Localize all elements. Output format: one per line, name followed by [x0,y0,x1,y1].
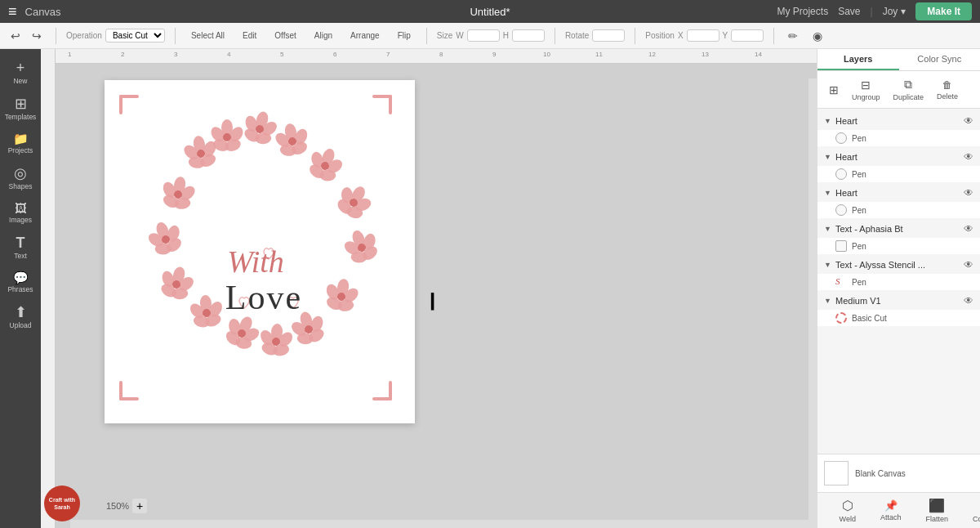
align-button[interactable]: Align [309,27,338,45]
width-input[interactable] [467,29,500,42]
operation-select[interactable]: Basic Cut [105,29,165,43]
toolbar-separator-3 [426,28,427,44]
offset-button[interactable]: Offset [269,27,302,45]
layer-child-basic-cut[interactable]: Basic Cut [817,310,980,326]
layer-name: Text - Alyssa Stencil ... [835,260,960,270]
user-name: Joy [883,6,898,17]
craft-with-sarah-logo: Craft with Sarah [44,485,80,521]
flatten-button[interactable]: ⬛ Flatten [925,498,948,523]
top-bar-actions: My Projects Save | Joy ▾ Make It [777,2,972,20]
layer-child-pen[interactable]: Pen [817,166,980,182]
layer-header-heart-3[interactable]: ▼ Heart 👁 [817,184,980,202]
flatten-label: Flatten [925,515,948,523]
select-all-button[interactable]: Select All [185,27,230,45]
eye-icon[interactable]: 👁 [964,187,973,199]
edit-button[interactable]: Edit [237,27,262,45]
ungroup-label: Ungroup [852,93,880,101]
sidebar-item-label: Images [9,216,32,224]
undo-button[interactable]: ↩ [7,27,24,45]
layer-header-text-alyssa[interactable]: ▼ Text - Alyssa Stencil ... 👁 [817,256,980,274]
layer-header-text-aphasia[interactable]: ▼ Text - Aphasia Bt 👁 [817,220,980,238]
canvas-label: Canvas [25,6,61,18]
pen-icon-circle [835,132,847,144]
panel-bottom: Blank Canvas [817,454,980,492]
delete-label: Delete [937,92,958,101]
layer-child-pen[interactable]: Pen [817,238,980,254]
contour-button[interactable]: ⬡ Contour [973,498,980,523]
tab-color-sync[interactable]: Color Sync [899,49,981,70]
sidebar-item-text[interactable]: T Text [2,230,39,265]
phrases-icon: 💬 [13,271,29,284]
canvas-content[interactable]: With Love ▎ [56,64,817,528]
rotate-label: Rotate [565,31,589,40]
eye-icon[interactable]: 👁 [964,295,973,307]
duplicate-button[interactable]: ⧉ Duplicate [889,74,929,105]
weld-button[interactable]: ⬡ Weld [840,498,856,523]
arrange-button[interactable]: Arrange [345,27,385,45]
sidebar-item-label: Phrases [7,285,33,293]
chevron-icon: ▼ [824,117,832,125]
delete-button[interactable]: 🗑 Delete [932,76,963,104]
eye-icon[interactable]: 👁 [964,223,973,235]
pen-icon-circle [835,204,847,216]
layer-child-script[interactable]: S Pen [817,274,980,290]
sidebar-item-images[interactable]: 🖼 Images [2,197,39,229]
size-label: Size [437,31,452,40]
delete-icon: 🗑 [942,79,952,91]
grid-button[interactable]: ⊞ [824,80,844,100]
tab-layers[interactable]: Layers [817,49,899,70]
layer-child-pen[interactable]: Pen [817,202,980,218]
attach-icon: 📌 [884,499,898,512]
new-icon: + [16,60,25,75]
eye-icon[interactable]: 👁 [964,259,973,271]
sidebar-item-shapes[interactable]: ◎ Shapes [2,161,39,195]
my-projects-link[interactable]: My Projects [777,6,828,17]
basic-cut-label: Basic Cut [852,314,887,323]
upload-icon: ⬆ [15,305,27,320]
layer-name: Heart [835,188,960,198]
sidebar-item-label: Templates [5,113,37,121]
layer-name: Medium V1 [835,296,960,306]
rotate-input[interactable] [592,29,625,42]
ungroup-button[interactable]: ⊟ Ungroup [847,75,885,105]
fill-button[interactable]: ◉ [808,27,826,45]
left-sidebar: + New ⊞ Templates 📁 Projects ◎ Shapes 🖼 … [0,49,41,528]
duplicate-icon: ⧉ [904,78,912,92]
undo-redo-group: ↩ ↪ [7,27,46,45]
page-title: Untitled* [470,6,510,18]
eye-icon[interactable]: 👁 [964,115,973,127]
make-it-button[interactable]: Make It [915,2,972,20]
vertical-scrollbar[interactable] [808,78,817,520]
basic-cut-icon [835,312,847,324]
height-input[interactable] [512,29,545,42]
y-input[interactable] [731,29,764,42]
zoom-in-button[interactable]: + [132,499,147,513]
sidebar-item-new[interactable]: + New [2,56,39,90]
sidebar-item-label: Upload [10,321,32,329]
right-panel: Layers Color Sync ⊞ ⊟ Ungroup ⧉ Duplicat… [817,49,980,528]
layer-header-heart-1[interactable]: ▼ Heart 👁 [817,112,980,130]
linetype-button[interactable]: ✏ [784,27,802,45]
layer-child-pen[interactable]: Pen [817,130,980,146]
sidebar-item-projects[interactable]: 📁 Projects [2,128,39,159]
save-button[interactable]: Save [838,6,860,17]
weld-label: Weld [840,515,856,523]
menu-icon[interactable]: ≡ [8,3,17,20]
sidebar-item-phrases[interactable]: 💬 Phrases [2,266,39,298]
redo-button[interactable]: ↪ [28,27,46,45]
user-menu[interactable]: Joy ▾ [883,6,906,17]
horizontal-scrollbar[interactable] [70,520,817,528]
attach-button[interactable]: 📌 Attach [880,499,902,521]
attach-label: Attach [880,513,902,521]
sidebar-item-upload[interactable]: ⬆ Upload [2,300,39,334]
x-input[interactable] [687,29,719,42]
flip-button[interactable]: Flip [392,27,416,45]
sidebar-item-templates[interactable]: ⊞ Templates [2,92,39,126]
eye-icon[interactable]: 👁 [964,151,973,163]
h-label: H [503,31,509,40]
layer-header-medium-v1[interactable]: ▼ Medium V1 👁 [817,292,980,310]
bottom-toolbar: ◪ Slice ⬡ Weld 📌 Attach ⬛ Flatten ⬡ Cont… [817,492,980,528]
canvas-area[interactable]: 1 2 3 4 5 6 7 8 9 10 11 12 13 14 [41,49,817,528]
layer-header-heart-2[interactable]: ▼ Heart 👁 [817,148,980,166]
chevron-down-icon: ▾ [901,6,906,17]
